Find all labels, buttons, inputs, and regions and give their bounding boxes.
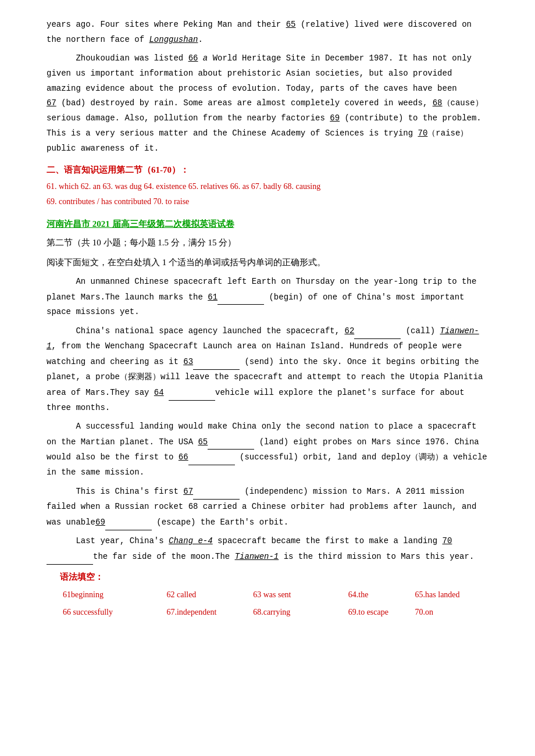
blank2-63-line <box>193 354 240 370</box>
blank2-70: 70 <box>443 536 452 545</box>
answer-row1: 61beginning 62 called 63 was sent 64.the… <box>63 586 488 603</box>
blank2-69-line <box>105 515 152 530</box>
ans-61: 61beginning <box>63 586 166 603</box>
blank2-61: 61 <box>208 293 217 302</box>
answer-row2: 66 successfully 67.independent 68.carryi… <box>63 604 488 621</box>
section2-para2: China's national space agency launched t… <box>47 323 488 415</box>
blank2-69: 69 <box>95 518 105 527</box>
section2: 河南许昌市 2021 届高三年级第二次模拟英语试卷 第二节（共 10 小题；每小… <box>47 216 488 620</box>
blank2-63: 63 <box>183 357 193 366</box>
blank2-62: 62 <box>344 326 354 336</box>
blank2-70-line <box>47 549 93 565</box>
blank-69: 69 <box>330 113 340 123</box>
ans-63: 63 was sent <box>253 586 348 603</box>
blank2-67-line <box>193 484 240 500</box>
blank2-66-line <box>188 450 235 465</box>
blank2-64-line <box>169 385 215 401</box>
answer-line2: 69. contributes / has contributed 70. to… <box>47 195 488 209</box>
grammar-label: 语法填空： <box>47 569 488 586</box>
ans-69: 69.to escape <box>348 604 415 621</box>
ans-64: 64.the <box>348 586 415 603</box>
blank2-61-line <box>217 290 264 305</box>
blank2-66: 66 <box>179 452 188 462</box>
blank2-67: 67 <box>183 487 193 496</box>
change4: Chang e-4 <box>169 536 213 545</box>
blank-66: 66 <box>188 54 198 63</box>
blank2-65: 65 <box>198 437 208 447</box>
ans-62: 62 called <box>166 586 253 603</box>
section2-subtitle2: 阅读下面短文，在空白处填入 1 个适当的单词或括号内单词的正确形式。 <box>47 255 488 271</box>
section2-para1: An unmanned Chinese spacecraft left Eart… <box>47 274 488 320</box>
section2-para3: A successful landing would make China on… <box>47 419 488 481</box>
blank-70: 70 <box>418 129 428 138</box>
tianwen1-2: Tianwen-1 <box>235 552 279 561</box>
word-a: a <box>203 54 208 63</box>
section2-para4: This is China's first 67 (independenc) m… <box>47 484 488 530</box>
passage1-section: years ago. Four sites where Peking Man a… <box>47 17 488 208</box>
ans-70: 70.on <box>415 604 488 621</box>
ans-65: 65.has landed <box>415 586 488 603</box>
answer-header-1: 二、语言知识运用第二节（61-70）： <box>47 162 488 179</box>
blank-68: 68 <box>433 98 443 108</box>
ans-68: 68.carrying <box>253 604 348 621</box>
answer-line1: 61. which 62. an 63. was dug 64. existen… <box>47 180 488 194</box>
tianwen1: Tianwen-1 <box>47 326 479 351</box>
section2-para5: Last year, China's Chang e-4 spacecraft … <box>47 534 488 565</box>
passage1-line1: years ago. Four sites where Peking Man a… <box>47 17 488 48</box>
blank-65: 65 <box>286 20 296 29</box>
section2-title: 河南许昌市 2021 届高三年级第二次模拟英语试卷 <box>47 216 488 233</box>
passage1-para2: Zhoukoudian was listed 66 a World Herita… <box>47 51 488 156</box>
grammar-answers-block: 61beginning 62 called 63 was sent 64.the… <box>47 586 488 620</box>
blank2-65-line <box>208 434 254 450</box>
blank-67: 67 <box>47 98 56 108</box>
longgushan: Longgushan <box>149 35 198 44</box>
section2-subtitle1: 第二节（共 10 小题；每小题 1.5 分，满分 15 分） <box>47 235 488 251</box>
blank2-64: 64 <box>154 388 164 397</box>
blank2-62-line <box>354 323 401 339</box>
ans-66: 66 successfully <box>63 604 166 621</box>
ans-67: 67.independent <box>166 604 253 621</box>
